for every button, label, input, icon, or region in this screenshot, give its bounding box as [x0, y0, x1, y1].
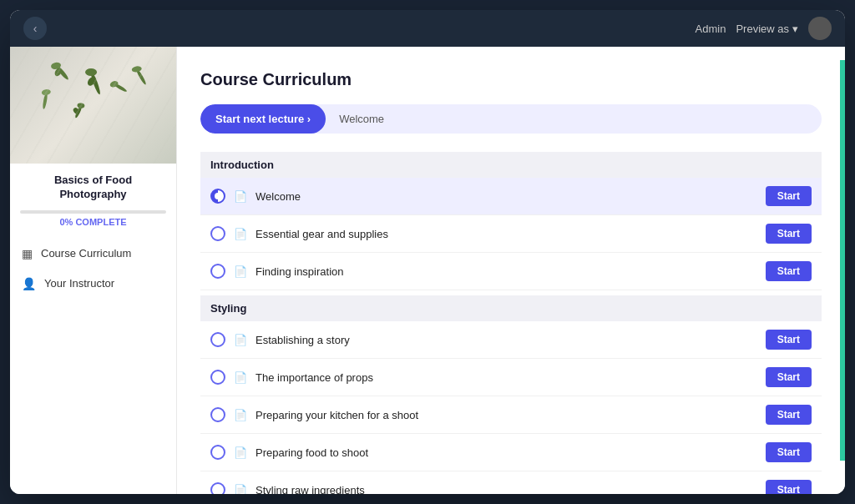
lesson-name: Styling raw ingredients — [255, 484, 757, 495]
lesson-row[interactable]: 📄Styling raw ingredientsStart — [200, 471, 822, 494]
curriculum-icon: ▦ — [22, 247, 33, 260]
sidebar-nav: ▦ Course Curriculum 👤 Your Instructor — [10, 239, 176, 299]
file-icon: 📄 — [234, 265, 247, 278]
file-icon: 📄 — [234, 228, 247, 240]
preview-as-button[interactable]: Preview as ▾ — [736, 23, 798, 35]
lesson-check-empty-icon — [210, 482, 225, 494]
lesson-name: The importance of props — [255, 371, 757, 384]
lesson-row[interactable]: 📄Finding inspirationStart — [200, 253, 822, 290]
lesson-start-button[interactable]: Start — [766, 442, 812, 462]
lesson-start-button[interactable]: Start — [766, 224, 812, 244]
course-title: Basics of Food Photography — [10, 164, 176, 205]
file-icon: 📄 — [234, 409, 247, 421]
progress-label: 0% COMPLETE — [20, 217, 166, 227]
sidebar-item-curriculum-label: Course Curriculum — [41, 247, 131, 260]
sidebar-item-curriculum[interactable]: ▦ Course Curriculum — [10, 239, 176, 269]
lesson-name: Finding inspiration — [255, 265, 757, 278]
sidebar: Basics of Food Photography 0% COMPLETE ▦… — [10, 47, 177, 494]
lesson-row[interactable]: 📄WelcomeStart — [200, 178, 822, 215]
section-header-1: Styling — [200, 295, 822, 321]
sections-container: Introduction📄WelcomeStart📄Essential gear… — [200, 152, 822, 494]
panel-title: Course Curriculum — [200, 70, 822, 89]
lesson-check-half-icon — [210, 189, 225, 204]
lesson-check-empty-icon — [210, 407, 225, 422]
lesson-start-button[interactable]: Start — [766, 405, 812, 425]
top-bar: ‹ Admin Preview as ▾ — [10, 10, 845, 47]
file-icon: 📄 — [234, 371, 247, 384]
lesson-start-button[interactable]: Start — [766, 186, 812, 206]
file-icon: 📄 — [234, 446, 247, 459]
lesson-name: Preparing food to shoot — [255, 446, 757, 459]
lesson-start-button[interactable]: Start — [766, 261, 812, 281]
lesson-name: Preparing your kitchen for a shoot — [255, 409, 757, 421]
lesson-check-empty-icon — [210, 370, 225, 385]
avatar[interactable] — [808, 17, 832, 40]
lesson-start-button[interactable]: Start — [766, 367, 812, 387]
file-icon: 📄 — [234, 334, 247, 346]
lesson-name: Welcome — [255, 190, 757, 203]
lesson-start-button[interactable]: Start — [766, 330, 812, 350]
lesson-name: Establishing a story — [255, 334, 757, 346]
lesson-start-button[interactable]: Start — [766, 480, 812, 494]
admin-label: Admin — [696, 23, 726, 35]
file-icon: 📄 — [234, 484, 247, 495]
lesson-row[interactable]: 📄Preparing food to shootStart — [200, 434, 822, 471]
section-header-0: Introduction — [200, 152, 822, 178]
lesson-row[interactable]: 📄The importance of propsStart — [200, 359, 822, 396]
lesson-name: Essential gear and supplies — [255, 228, 757, 240]
section-0: Introduction📄WelcomeStart📄Essential gear… — [200, 152, 822, 290]
lesson-row[interactable]: 📄Preparing your kitchen for a shootStart — [200, 396, 822, 434]
main-panel: Course Curriculum Start next lecture › W… — [177, 47, 845, 494]
course-image — [10, 47, 176, 164]
lesson-check-empty-icon — [210, 332, 225, 347]
back-button[interactable]: ‹ — [23, 17, 47, 40]
start-next-bar: Start next lecture › Welcome — [200, 104, 822, 134]
sidebar-item-instructor-label: Your Instructor — [44, 277, 114, 290]
sidebar-item-instructor[interactable]: 👤 Your Instructor — [10, 269, 176, 299]
teal-accent — [840, 60, 845, 461]
instructor-icon: 👤 — [22, 277, 36, 290]
lesson-row[interactable]: 📄Essential gear and suppliesStart — [200, 215, 822, 253]
file-icon: 📄 — [234, 190, 247, 203]
section-1: Styling📄Establishing a storyStart📄The im… — [200, 295, 822, 494]
lesson-check-empty-icon — [210, 445, 225, 460]
lesson-check-empty-icon — [210, 264, 225, 279]
start-next-button[interactable]: Start next lecture › — [200, 104, 326, 134]
lesson-check-empty-icon — [210, 226, 225, 241]
progress-bar: 0% COMPLETE — [10, 205, 176, 232]
lesson-row[interactable]: 📄Establishing a storyStart — [200, 321, 822, 359]
start-next-lecture-label: Welcome — [326, 113, 397, 125]
